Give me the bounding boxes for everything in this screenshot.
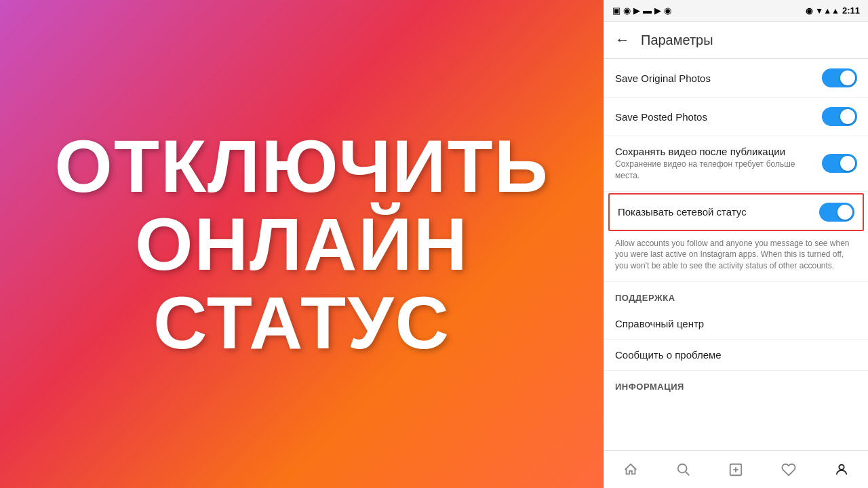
svg-point-5 [839, 464, 844, 469]
back-button[interactable]: ← [615, 31, 630, 49]
save-original-photos-toggle[interactable] [822, 68, 857, 87]
status-icons-left: ▣ ◉ ▶ ▬ ▶ ◉ [612, 5, 671, 16]
nav-heart[interactable] [774, 458, 804, 482]
save-posted-photos-toggle[interactable] [822, 107, 857, 126]
heading-line1: ОТКЛЮЧИТЬ [54, 124, 549, 207]
info-section-header: ИНФОРМАЦИЯ [604, 371, 868, 397]
heading-line2: ОНЛАЙН [135, 202, 469, 285]
save-video-sublabel: Сохранение видео на телефон требует боль… [615, 159, 815, 182]
status-icons-right: ◉ ▼▲▲ 2:11 [806, 5, 860, 16]
network-status-toggle[interactable] [819, 203, 854, 222]
status-bar: ▣ ◉ ▶ ▬ ▶ ◉ ◉ ▼▲▲ 2:11 [604, 0, 868, 22]
nav-search[interactable] [669, 458, 698, 482]
left-panel: ОТКЛЮЧИТЬ ОНЛАЙН СТАТУС [0, 0, 604, 488]
status-icon-6: ◉ [664, 5, 671, 16]
status-icon-5: ▶ [654, 5, 661, 16]
settings-content: Save Original Photos Save Posted Photos … [604, 59, 868, 450]
status-icon-2: ◉ [623, 5, 631, 16]
save-video-toggle[interactable] [822, 154, 857, 173]
svg-point-0 [677, 464, 686, 472]
save-video-label: Сохранять видео после публикации [615, 146, 815, 157]
page-title: Параметры [641, 33, 713, 48]
phone-panel: ▣ ◉ ▶ ▬ ▶ ◉ ◉ ▼▲▲ 2:11 ← Параметры Save … [604, 0, 868, 488]
nav-home[interactable] [616, 458, 646, 482]
save-original-photos-label: Save Original Photos [615, 73, 822, 84]
heading-line3: СТАТУС [153, 281, 450, 364]
svg-line-1 [685, 471, 689, 475]
save-posted-photos-label: Save Posted Photos [615, 111, 822, 123]
status-time: 2:11 [842, 5, 860, 16]
status-icon-3: ▶ [633, 5, 640, 16]
signal-icon: ▼▲▲ [815, 6, 840, 16]
save-video-row: Сохранять видео после публикации Сохране… [604, 136, 868, 192]
status-icon-4: ▬ [643, 5, 652, 16]
save-posted-photos-row: Save Posted Photos [604, 98, 868, 136]
save-original-photos-row: Save Original Photos [604, 59, 868, 98]
app-header: ← Параметры [604, 22, 868, 59]
status-icon-1: ▣ [612, 5, 620, 16]
network-status-description: Allow accounts you follow and anyone you… [604, 232, 868, 282]
report-problem-item[interactable]: Сообщить о проблеме [604, 340, 868, 371]
help-center-item[interactable]: Справочный центр [604, 308, 868, 340]
network-status-row: Показывать сетевой статус [608, 193, 864, 231]
nav-profile[interactable] [827, 458, 856, 482]
nav-add[interactable] [721, 458, 751, 482]
bottom-nav [604, 450, 868, 488]
support-section-header: ПОДДЕРЖКА [604, 282, 868, 308]
network-status-label: Показывать сетевой статус [618, 206, 819, 218]
wifi-icon: ◉ [806, 6, 812, 16]
main-heading: ОТКЛЮЧИТЬ ОНЛАЙН СТАТУС [54, 127, 549, 362]
